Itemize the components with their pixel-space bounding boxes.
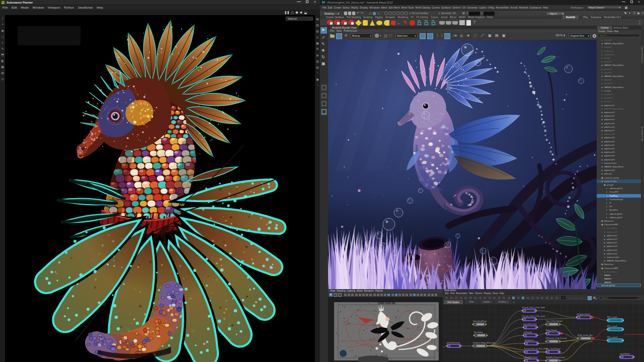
svg-text:Body_Normal: Body_Normal bbox=[546, 329, 557, 331]
svg-text:FS1_coape1: FS1_coape1 bbox=[607, 316, 617, 318]
svg-text:Secondary: Secondary bbox=[474, 331, 482, 333]
svg-text:BodyMat_Enhance.png: BodyMat_Enhance.png bbox=[546, 356, 565, 358]
svg-text:setRange3: setRange3 bbox=[523, 331, 532, 333]
svg-text:place2dTexture3: place2dTexture3 bbox=[523, 323, 536, 325]
svg-text:place2dTexture5: place2dTexture5 bbox=[524, 356, 537, 358]
svg-text:rsDisplacement1: rsDisplacement1 bbox=[577, 313, 590, 315]
svg-text:CAPS LOCK ON: CAPS LOCK ON bbox=[378, 302, 395, 305]
svg-text:Seahorse Body_diffuse.png: Seahorse Body_diffuse.png bbox=[473, 342, 495, 344]
svg-text:Facing_Ratio_for_Ref_COlor: Facing_Ratio_for_Ref_COlor bbox=[524, 348, 548, 350]
svg-text:BOdy_Scales_Mat: BOdy_Scales_Mat bbox=[578, 334, 593, 336]
svg-text:rsDisplace4: rsDisplace4 bbox=[524, 339, 534, 341]
svg-text:Fresnel_COlor_COlor_mask: Fresnel_COlor_COlor_mask bbox=[522, 315, 545, 317]
svg-text:FS1_coape2: FS1_coape2 bbox=[607, 325, 617, 327]
svg-text:Coat_COlor_Normal: Coat_COlor_Normal bbox=[546, 320, 562, 322]
svg-text:SecondaryShape: SecondaryShape bbox=[473, 320, 487, 322]
svg-text:Fresnel_COlor_COlor_Solid: Fresnel_COlor_COlor_Solid bbox=[522, 307, 545, 309]
svg-text:rsperGlobals: rsperGlobals bbox=[620, 353, 630, 355]
svg-text:Anis_Tint_Remap: Anis_Tint_Remap bbox=[546, 348, 560, 350]
svg-text:FS1_coape3: FS1_coape3 bbox=[607, 336, 617, 338]
svg-text:place2dTexture2: place2dTexture2 bbox=[447, 342, 460, 344]
svg-text:Reflection_COlor_Fresnel: Reflection_COlor_Fresnel bbox=[546, 337, 567, 339]
